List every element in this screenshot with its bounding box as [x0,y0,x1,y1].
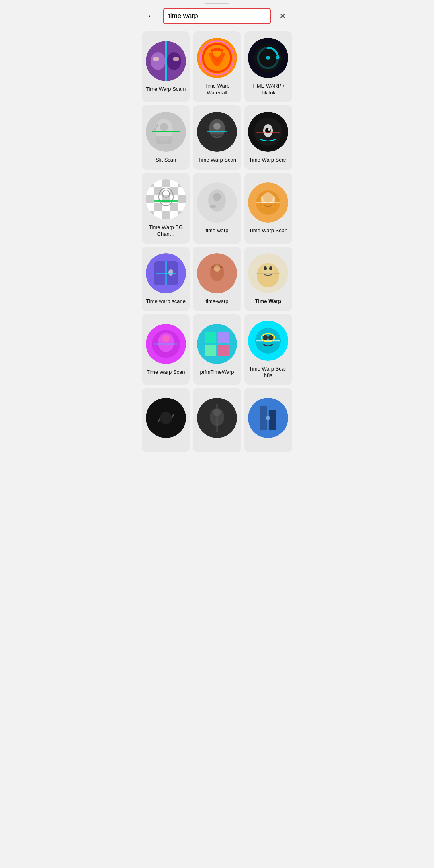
effect-label: Time Warp Scan h8s [248,366,289,379]
svg-rect-41 [146,195,154,203]
svg-rect-40 [178,187,186,195]
svg-rect-50 [178,203,186,211]
svg-point-4 [153,57,159,61]
svg-rect-42 [154,195,162,203]
effect-thumbnail [197,398,237,438]
svg-rect-32 [154,179,162,187]
search-input[interactable] [163,8,271,24]
svg-rect-28 [256,132,280,133]
svg-rect-51 [146,211,154,219]
effect-card-time-warp-1[interactable]: time-warp [193,173,241,244]
svg-point-1 [151,52,165,70]
svg-point-15 [160,123,168,131]
svg-rect-49 [170,203,178,211]
effect-card-time-warp-tiktok[interactable]: TIME WARP / TikTok [244,31,292,102]
svg-point-102 [160,412,172,424]
effect-thumbnail [197,38,237,78]
clear-icon: ✕ [279,11,286,21]
effect-thumbnail [146,324,186,364]
svg-rect-58 [154,200,178,202]
svg-point-83 [269,266,272,270]
svg-rect-16 [152,131,180,132]
svg-point-97 [263,335,268,340]
svg-point-74 [168,269,173,276]
svg-point-78 [214,265,220,272]
svg-point-98 [268,335,273,340]
svg-point-110 [266,416,270,420]
effect-label: time-warp [205,227,228,234]
effect-label: Time warp scane [146,298,186,305]
effect-label: Slit Scan [156,157,176,164]
effect-card-time-warp-bg[interactable]: Time Warp BG Chan… [142,173,190,244]
back-icon: ← [147,11,156,21]
effect-card-time-warp-scan-4[interactable]: Time Warp Scan [142,314,190,385]
clear-button[interactable]: ✕ [275,9,290,23]
effect-thumbnail [146,179,186,219]
svg-point-2 [167,52,181,70]
effect-card-time-warp-scan-orange[interactable]: Time Warp Scan [244,173,292,244]
status-pill [205,3,229,4]
svg-rect-35 [178,179,186,187]
svg-rect-34 [170,179,178,187]
svg-rect-54 [170,211,178,219]
effect-label: Time Warp Scam [146,86,186,93]
effect-thumbnail [248,321,288,361]
effect-thumbnail [248,182,288,223]
effect-card-prfm-timewarp[interactable]: prfmTimeWarp [193,314,241,385]
effect-thumbnail [197,112,237,152]
effect-card-time-warp-scam[interactable]: Time Warp Scam [142,31,190,102]
svg-point-106 [213,409,221,416]
svg-rect-52 [154,211,162,219]
svg-rect-92 [218,332,229,343]
effect-card-bottom-3[interactable] [244,388,292,452]
effect-label: Time Warp Scan [249,157,287,164]
effect-card-time-warp-waterfall[interactable]: Time Warp Waterfall [193,31,241,102]
header: ← ✕ [139,4,295,28]
effect-card-time-warp-scane[interactable]: Time warp scane [142,247,190,311]
svg-rect-47 [154,203,162,211]
effect-label: Time Warp Scan [249,227,287,234]
svg-point-82 [264,266,267,270]
effect-card-time-warp-bold[interactable]: Time Warp [244,247,292,311]
effect-card-slit-scan[interactable]: Slit Scan [142,105,190,170]
svg-point-12 [266,56,270,60]
effect-thumbnail [146,253,186,293]
effect-thumbnail [248,112,288,152]
svg-rect-45 [178,195,186,203]
effect-thumbnail [248,253,288,293]
effect-thumbnail [146,398,186,438]
svg-rect-44 [170,195,178,203]
results-grid: Time Warp Scam Time Warp Waterfall TIME … [139,28,295,455]
effect-thumbnail [146,41,186,81]
effect-label: Time Warp Scan [198,157,236,164]
svg-point-81 [262,263,274,276]
svg-point-21 [213,123,221,130]
status-bar [139,0,295,4]
back-button[interactable]: ← [144,9,159,23]
effect-card-bottom-2[interactable] [193,388,241,452]
svg-rect-17 [156,136,172,144]
effect-card-time-warp-2[interactable]: time-warp [193,247,241,311]
svg-rect-36 [146,187,154,195]
svg-point-90 [197,324,237,364]
effect-thumbnail [146,112,186,152]
svg-point-27 [268,128,270,131]
effect-label: prfmTimeWarp [200,369,234,376]
effect-thumbnail [248,398,288,438]
effect-card-time-warp-scan-2[interactable]: Time Warp Scan [193,105,241,170]
svg-point-69 [263,192,273,203]
svg-rect-91 [205,332,216,343]
svg-rect-93 [205,345,216,356]
svg-point-88 [162,335,170,342]
svg-point-5 [173,57,179,61]
effect-label: time-warp [205,298,228,305]
effect-card-bottom-1[interactable] [142,388,190,452]
effect-card-time-warp-scan-h8s[interactable]: Time Warp Scan h8s [244,314,292,385]
svg-rect-109 [269,410,276,430]
svg-rect-46 [146,203,154,211]
effect-thumbnail [248,38,288,78]
svg-rect-55 [178,211,186,219]
effect-card-time-warp-scan-3[interactable]: Time Warp Scan [244,105,292,170]
effect-label: Time Warp Scan [147,369,185,376]
svg-point-64 [210,205,216,208]
